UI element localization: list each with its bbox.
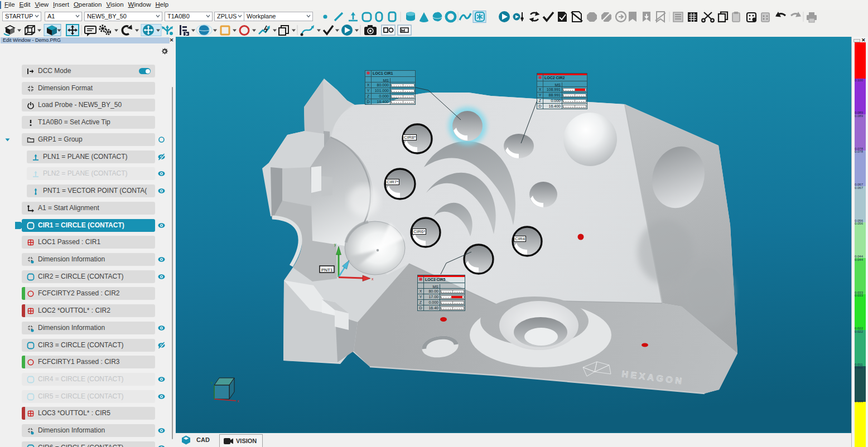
svg-text:x: x [237,399,239,403]
svg-text:x: x [372,277,374,281]
svg-text:y: y [334,242,336,247]
svg-text:PNT1: PNT1 [321,268,333,273]
svg-text:Y: Y [210,381,213,385]
